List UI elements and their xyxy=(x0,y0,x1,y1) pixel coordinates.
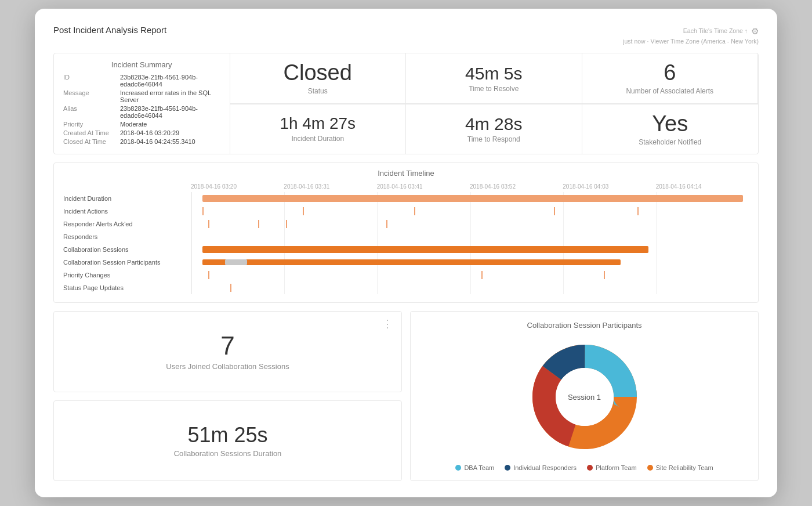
three-dots-icon[interactable]: ⋮ xyxy=(382,317,393,330)
collab-donut-panel: Collaboration Session Participants xyxy=(410,311,759,481)
metric-respond: 4m 28s Time to Respond xyxy=(406,104,582,154)
users-joined-label: Users Joined Collaboration Sessions xyxy=(166,362,289,371)
metric-stakeholder-value: Yes xyxy=(652,112,688,136)
summary-key-priority: Priority xyxy=(63,121,115,128)
incident-summary-title: Incident Summary xyxy=(63,60,220,69)
summary-row-created: Created At Time 2018-04-16 03:20:29 xyxy=(63,129,220,136)
bottom-grid: ⋮ 7 Users Joined Collaboration Sessions … xyxy=(53,311,759,481)
tl-col-4: 2018-04-16 04:03 xyxy=(563,183,655,190)
metric-duration: 1h 4m 27s Incident Duration xyxy=(230,104,407,154)
header-row: Post Incident Analysis Report Each Tile'… xyxy=(53,25,759,45)
donut-legend: DBA Team Individual Responders Platform … xyxy=(455,464,713,471)
metric-alerts-label: Number of Associated Alerts xyxy=(626,87,713,95)
summary-val-alias: 23b8283e-21fb-4561-904b-edadc6e46044 xyxy=(120,105,220,119)
legend-dot-individual xyxy=(505,465,510,471)
legend-dot-platform xyxy=(587,465,593,471)
tl-bar-row-0 xyxy=(191,192,749,205)
timeline-header: 2018-04-16 03:20 2018-04-16 03:31 2018-0… xyxy=(191,183,749,190)
top-metrics-grid: Incident Summary ID 23b8283e-21fb-4561-9… xyxy=(53,53,759,154)
summary-val-created: 2018-04-16 03:20:29 xyxy=(120,129,179,136)
tl-col-2: 2018-04-16 03:41 xyxy=(377,183,470,190)
tl-col-1: 2018-04-16 03:31 xyxy=(284,183,376,190)
metric-ttr-value: 45m 5s xyxy=(465,64,522,83)
legend-dba: DBA Team xyxy=(455,464,494,471)
tick-1d xyxy=(554,207,555,215)
legend-label-platform: Platform Team xyxy=(596,464,637,471)
tick-1b xyxy=(303,207,304,215)
metric-stakeholder-label: Stakeholder Notified xyxy=(639,138,701,146)
summary-key-message: Message xyxy=(63,89,115,103)
summary-row-closed: Closed At Time 2018-04-16 04:24:55.3410 xyxy=(63,138,220,145)
sessions-duration-label: Collaboration Sessions Duration xyxy=(174,449,282,458)
tl-bar-row-7 xyxy=(191,281,749,294)
bar-duration xyxy=(202,195,743,202)
legend-site-reliability: Site Reliability Team xyxy=(647,464,713,471)
summary-row-priority: Priority Moderate xyxy=(63,121,220,128)
metric-ttr-label: Time to Resolve xyxy=(469,85,519,93)
bar-collab-part2 xyxy=(225,259,247,265)
summary-val-closed: 2018-04-16 04:24:55.3410 xyxy=(120,138,195,145)
legend-label-site-reliability: Site Reliability Team xyxy=(656,464,713,471)
tl-bar-row-1 xyxy=(191,205,749,218)
tick-2d xyxy=(386,220,387,228)
metric-status-label: Status xyxy=(308,87,328,95)
metric-time-to-resolve: 45m 5s Time to Resolve xyxy=(406,53,582,104)
tick-1e xyxy=(637,207,639,215)
legend-individual: Individual Responders xyxy=(505,464,577,471)
legend-label-dba: DBA Team xyxy=(464,464,494,471)
bar-collab-part xyxy=(202,259,621,265)
tl-label-3: Responders xyxy=(63,230,191,243)
metric-duration-label: Incident Duration xyxy=(291,135,344,143)
metric-respond-label: Time to Respond xyxy=(467,135,520,143)
header-right: Each Tile's Time Zone ↑ ⚙ just now · Vie… xyxy=(623,25,759,45)
timeline-section: Incident Timeline 2018-04-16 03:20 2018-… xyxy=(53,162,759,303)
metric-alerts: 6 Number of Associated Alerts xyxy=(582,53,759,104)
tl-bar-row-4 xyxy=(191,243,749,256)
users-joined-value: 7 xyxy=(220,332,234,360)
summary-row-message: Message Increased error rates in the SQL… xyxy=(63,89,220,103)
tl-bar-row-3 xyxy=(191,230,749,243)
legend-dot-site-reliability xyxy=(647,465,653,471)
summary-row-alias: Alias 23b8283e-21fb-4561-904b-edadc6e460… xyxy=(63,105,220,119)
bar-collab xyxy=(202,246,648,253)
tick-6b xyxy=(481,271,483,279)
tl-label-0: Incident Duration xyxy=(63,192,191,205)
timeline-bars xyxy=(191,192,749,294)
tick-2c xyxy=(286,220,287,228)
tl-bar-row-2 xyxy=(191,218,749,230)
tl-label-4: Collaboration Sessions xyxy=(63,243,191,256)
legend-label-individual: Individual Responders xyxy=(513,464,577,471)
timeline-labels: Incident Duration Incident Actions Respo… xyxy=(63,192,191,294)
summary-table: ID 23b8283e-21fb-4561-904b-edadc6e46044 … xyxy=(63,74,220,147)
metric-respond-value: 4m 28s xyxy=(465,114,522,133)
incident-summary-cell: Incident Summary ID 23b8283e-21fb-4561-9… xyxy=(54,53,230,154)
summary-row-id: ID 23b8283e-21fb-4561-904b-edadc6e46044 xyxy=(63,74,220,88)
users-joined-cell: ⋮ 7 Users Joined Collaboration Sessions xyxy=(53,311,402,392)
donut-center-label: Session 1 xyxy=(568,393,601,402)
summary-key-alias: Alias xyxy=(63,105,115,119)
tick-6a xyxy=(208,271,209,279)
legend-dot-dba xyxy=(455,465,461,471)
tl-label-5: Collaboration Session Participants xyxy=(63,256,191,269)
report-card: Post Incident Analysis Report Each Tile'… xyxy=(35,9,777,497)
collab-title: Collaboration Session Participants xyxy=(527,321,642,330)
tick-1a xyxy=(202,207,204,215)
metric-stakeholder: Yes Stakeholder Notified xyxy=(582,104,759,154)
tick-1c xyxy=(414,207,415,215)
timezone-label: Each Tile's Time Zone ↑ xyxy=(683,27,748,34)
tl-bar-row-6 xyxy=(191,269,749,281)
sessions-duration-value: 51m 25s xyxy=(187,424,267,447)
summary-val-message: Increased error rates in the SQL Server xyxy=(120,89,220,103)
timeline-chart: 2018-04-16 03:20 2018-04-16 03:31 2018-0… xyxy=(63,183,749,294)
metric-status: Closed Status xyxy=(230,53,407,104)
legend-platform: Platform Team xyxy=(587,464,637,471)
tick-7a xyxy=(230,284,231,292)
tl-label-6: Priority Changes xyxy=(63,269,191,281)
timeline-rows: Incident Duration Incident Actions Respo… xyxy=(63,192,749,294)
gear-icon[interactable]: ⚙ xyxy=(751,26,759,37)
bottom-left: ⋮ 7 Users Joined Collaboration Sessions … xyxy=(53,311,402,481)
summary-key-id: ID xyxy=(63,74,115,88)
tick-2b xyxy=(258,220,259,228)
tl-col-5: 2018-04-16 04:14 xyxy=(656,183,749,190)
report-title: Post Incident Analysis Report xyxy=(53,25,166,35)
